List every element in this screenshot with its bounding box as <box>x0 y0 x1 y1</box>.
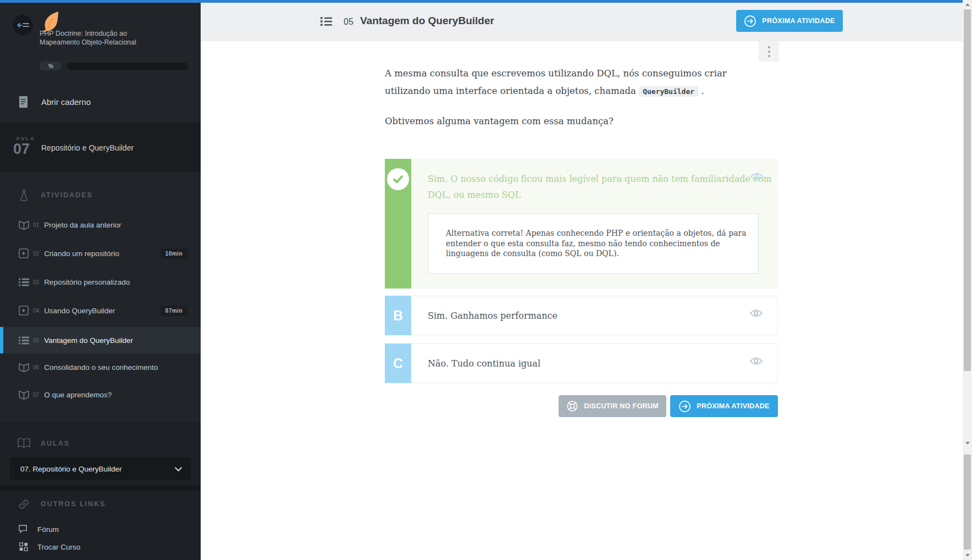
feedback-text: Alternativa correta! Apenas conhecendo P… <box>446 228 765 259</box>
toc-list-icon[interactable] <box>321 16 332 29</box>
next-activity-label: PRÓXIMA ATIVIDADE <box>697 402 769 410</box>
top-accent-strip <box>0 0 963 3</box>
aulas-section-header: AULAS <box>0 435 201 452</box>
open-notebook-button[interactable]: Abrir caderno <box>0 89 201 114</box>
option-letter-b: B <box>385 296 411 335</box>
scrollbar-thumb-outer[interactable] <box>964 454 971 550</box>
activity-number: 02 <box>33 251 39 257</box>
book-icon <box>18 363 29 372</box>
activity-number: 05 <box>33 337 39 343</box>
scrollbar-thumb-inner[interactable] <box>964 9 971 371</box>
course-title: PHP Doctrine: Introdução ao Mapeamento O… <box>40 29 158 47</box>
trocar-curso-label: Trocar Curso <box>37 543 80 551</box>
chat-bubble-icon <box>18 525 29 534</box>
arrow-right-circle-icon <box>678 400 691 413</box>
next-activity-label: PRÓXIMA ATIVIDADE <box>762 17 835 25</box>
scroll-down-arrow[interactable] <box>963 551 972 560</box>
list-icon <box>18 278 29 286</box>
sidebar-divider <box>0 486 201 491</box>
activity-label: Vantagem do QueryBuilder <box>44 336 133 345</box>
collapse-sidebar-button[interactable] <box>13 15 33 35</box>
video-icon <box>18 306 29 315</box>
next-activity-button-top[interactable]: PRÓXIMA ATIVIDADE <box>736 10 843 32</box>
list-icon <box>18 336 29 345</box>
eye-icon[interactable] <box>750 357 763 368</box>
sidebar-item-activity-04[interactable]: 04 Usando QueryBuilder 07min <box>0 297 201 324</box>
feedback-box: Alternativa correta! Apenas conhecendo P… <box>428 213 759 274</box>
notebook-icon <box>19 96 28 108</box>
progress-bar <box>67 63 188 70</box>
sidebar-item-activity-07[interactable]: 07 O que aprendemos? <box>0 381 201 408</box>
footer-buttons: DISCUTIR NO FORUM PRÓXIMA ATIVIDADE <box>385 395 778 417</box>
answer-option-a-correct[interactable]: Sim. O nosso código ficou mais legível p… <box>385 159 778 289</box>
check-icon <box>391 173 405 186</box>
activity-number: 06 <box>33 364 39 370</box>
book-icon <box>18 220 29 230</box>
kebab-icon <box>768 46 770 48</box>
inline-code: QueryBuilder <box>639 86 698 97</box>
lesson-number: 07 <box>13 141 30 158</box>
life-ring-icon <box>566 400 578 412</box>
answer-option-b[interactable]: B Sim. Ganhamos performance <box>385 296 778 335</box>
sidebar-item-activity-03[interactable]: 03 Repositório personalizado <box>0 269 201 295</box>
duration-badge: 07min <box>161 306 187 316</box>
activity-label: Criando um repositório <box>44 249 119 258</box>
check-circle <box>387 168 409 190</box>
sidebar-item-activity-06[interactable]: 06 Consolidando o seu conhecimento <box>0 354 201 380</box>
aulas-section-label: AULAS <box>41 440 70 447</box>
outros-links-section-header: OUTROS LINKS <box>0 496 201 512</box>
activity-number-header: 05 <box>344 17 354 27</box>
activity-number: 04 <box>33 308 39 314</box>
link-icon <box>17 498 30 510</box>
discuss-forum-button[interactable]: DISCUTIR NO FORUM <box>559 395 666 417</box>
option-letter-c: C <box>385 343 411 383</box>
correct-option-bar <box>385 159 411 289</box>
activity-number: 03 <box>33 279 39 285</box>
activity-header: 05 Vantagem do QueryBuilder PRÓXIMA ATIV… <box>201 3 963 41</box>
progress-percent-badge: % <box>40 62 62 70</box>
duration-badge: 10min <box>161 248 187 259</box>
activities-section-header: ATIVIDADES <box>0 187 201 203</box>
arrow-right-circle-icon <box>744 15 756 27</box>
activity-label: Projeto da aula anterior <box>44 221 121 229</box>
vertical-scrollbar[interactable] <box>963 0 972 560</box>
activity-label: Consolidando o seu conhecimento <box>44 363 158 372</box>
sidebar-item-activity-05-current[interactable]: 05 Vantagem do QueryBuilder <box>0 327 201 353</box>
open-notebook-label: Abrir caderno <box>41 97 91 107</box>
lesson-title: Repositório e QueryBuilder <box>41 143 134 152</box>
activity-label: Usando QueryBuilder <box>44 307 115 315</box>
activity-label: Repositório personalizado <box>44 278 130 286</box>
chevron-down-icon <box>175 464 182 474</box>
scroll-up-arrow[interactable] <box>963 0 972 9</box>
sidebar-item-activity-01[interactable]: 01 Projeto da aula anterior <box>0 212 201 238</box>
answer-option-c[interactable]: C Não. Tudo continua igual <box>385 343 778 383</box>
discuss-forum-label: DISCUTIR NO FORUM <box>584 402 659 410</box>
eye-icon[interactable] <box>750 309 763 320</box>
sidebar-item-activity-02[interactable]: 02 Criando um repositório 10min <box>0 240 201 267</box>
answer-text-c: Não. Tudo continua igual <box>428 344 540 382</box>
question-paragraph-2: Obtivemos alguma vantagem com essa mudan… <box>385 116 748 126</box>
answer-text-b: Sim. Ganhamos performance <box>428 296 557 335</box>
next-activity-button-bottom[interactable]: PRÓXIMA ATIVIDADE <box>670 395 778 417</box>
video-icon <box>18 248 29 258</box>
main-content: 05 Vantagem do QueryBuilder PRÓXIMA ATIV… <box>201 3 963 560</box>
activities-section-label: ATIVIDADES <box>41 191 93 199</box>
lesson-select-value: 07. Repositório e QueryBuilder <box>20 465 122 473</box>
sidebar-item-forum[interactable]: Fórum <box>0 520 201 539</box>
outros-links-section-label: OUTROS LINKS <box>41 500 106 508</box>
current-lesson-block: AULA 07 Repositório e QueryBuilder <box>0 123 201 172</box>
sidebar: PHP Doctrine: Introdução ao Mapeamento O… <box>0 0 201 560</box>
flask-icon <box>17 189 30 202</box>
question-paragraph-1: A mesma consulta que escrevemos utilizan… <box>385 65 748 101</box>
lesson-select-dropdown[interactable]: 07. Repositório e QueryBuilder <box>10 457 191 480</box>
eye-icon[interactable] <box>750 172 763 183</box>
activity-number: 01 <box>33 222 39 228</box>
forum-label: Fórum <box>37 525 59 534</box>
activity-label: O que aprendemos? <box>44 391 112 399</box>
grid-icon <box>18 542 29 551</box>
sidebar-item-trocar-curso[interactable]: Trocar Curso <box>0 537 201 556</box>
collapse-sidebar-icon <box>17 21 29 30</box>
page-title: Vantagem do QueryBuilder <box>360 15 494 27</box>
more-options-button[interactable] <box>759 41 779 62</box>
scroll-down-arrow-inner[interactable] <box>963 439 972 448</box>
